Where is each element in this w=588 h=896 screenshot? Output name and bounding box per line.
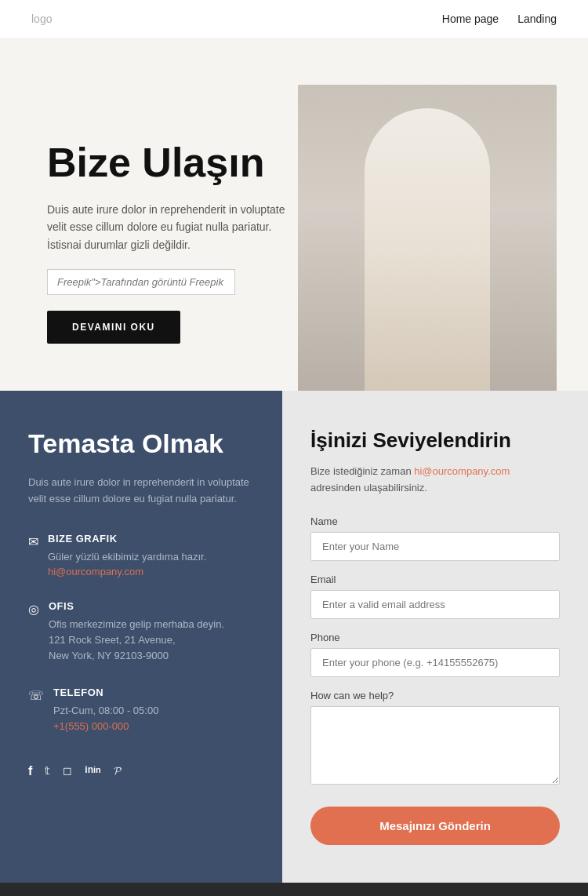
contact-right-email-link[interactable]: hi@ourcompany.com (414, 465, 510, 477)
linkedin-icon[interactable]: in (85, 764, 100, 778)
contact-info-email-content: BIZE GRAFIK Güler yüzlü ekibimiz yardıma… (48, 533, 206, 579)
contact-section: Temasta Olmak Duis aute irure dolor in r… (0, 391, 588, 883)
twitter-icon[interactable]: 𝕥 (45, 764, 50, 778)
form-message-label: How can we help? (310, 690, 560, 701)
form-phone-label: Phone (310, 632, 560, 643)
contact-left-panel: Temasta Olmak Duis aute irure dolor in r… (0, 391, 282, 883)
hero-image (298, 85, 557, 391)
contact-right-panel: İşinizi Seviyelendirin Bize istediğiniz … (282, 391, 588, 883)
form-name-input[interactable] (310, 532, 560, 561)
instagram-icon[interactable]: ◻ (63, 764, 72, 778)
contact-info-phone: TELEFON Pzt-Cum, 08:00 - 05:00 +1(555) 0… (28, 687, 254, 733)
form-name-label: Name (310, 515, 560, 527)
contact-info-office: OFIS Ofis merkezimize gelip merhaba deyi… (28, 600, 254, 665)
envelope-icon (28, 534, 38, 549)
hero-content: Bize Ulaşın Duis aute irure dolor in rep… (47, 140, 298, 391)
form-phone-group: Phone (310, 632, 560, 677)
form-phone-input[interactable] (310, 648, 560, 677)
hero-title: Bize Ulaşın (47, 140, 298, 185)
contact-info-office-content: OFIS Ofis merkezimize gelip merhaba deyi… (49, 600, 224, 665)
contact-office-label: OFIS (49, 600, 224, 612)
contact-phone-hours: Pzt-Cum, 08:00 - 05:00 (53, 703, 158, 719)
contact-address-line1: 121 Rock Sreet, 21 Avenue, (49, 632, 224, 649)
footer: Пример текста. Кликните, чтобы выбрать э… (0, 883, 588, 896)
contact-info-phone-content: TELEFON Pzt-Cum, 08:00 - 05:00 +1(555) 0… (53, 687, 158, 733)
contact-phone-link[interactable]: +1(555) 000-000 (53, 720, 129, 732)
contact-email-link[interactable]: hi@ourcompany.com (48, 566, 143, 577)
hero-cta-button[interactable]: DEVAMINI OKU (47, 311, 180, 344)
contact-office-text: Ofis merkezimize gelip merhaba deyin. (49, 617, 224, 632)
hero-person-photo (298, 85, 557, 391)
contact-right-desc-suffix: adresinden ulaşabilirsiniz. (310, 482, 427, 494)
nav-landing-link[interactable]: Landing (517, 13, 557, 25)
nav-links: Home page Landing (442, 13, 557, 25)
form-email-input[interactable] (310, 590, 560, 619)
form-email-group: Email (310, 574, 560, 619)
form-message-group: How can we help? (310, 690, 560, 788)
form-email-label: Email (310, 574, 560, 585)
logo: logo (31, 13, 52, 25)
contact-left-description: Duis aute irure dolor in reprehenderit i… (28, 475, 254, 508)
phone-icon (28, 688, 44, 703)
contact-phone-label: TELEFON (53, 687, 158, 698)
contact-right-title: İşinizi Seviyelendirin (310, 428, 560, 453)
hero-input-container (47, 269, 298, 295)
form-submit-button[interactable]: Mesajınızı Gönderin (310, 807, 560, 845)
contact-right-desc-prefix: Bize istediğiniz zaman (310, 465, 414, 477)
contact-right-description: Bize istediğiniz zaman hi@ourcompany.com… (310, 464, 560, 497)
pinterest-icon[interactable]: 𝓟 (114, 764, 121, 778)
facebook-icon[interactable] (28, 764, 32, 778)
social-icons: 𝕥 ◻ in 𝓟 (28, 764, 254, 778)
form-name-group: Name (310, 515, 560, 561)
contact-email-text: Güler yüzlü ekibimiz yardıma hazır. (48, 549, 206, 565)
nav-home-link[interactable]: Home page (442, 13, 499, 25)
hero-section: Bize Ulaşın Duis aute irure dolor in rep… (0, 38, 588, 391)
hero-description: Duis aute irure dolor in reprehenderit i… (47, 201, 298, 253)
contact-info-email: BIZE GRAFIK Güler yüzlü ekibimiz yardıma… (28, 533, 254, 579)
navigation: logo Home page Landing (0, 0, 588, 38)
contact-email-label: BIZE GRAFIK (48, 533, 206, 545)
hero-text-input[interactable] (47, 269, 235, 295)
form-message-textarea[interactable] (310, 706, 560, 785)
contact-address-line2: New York, NY 92103-9000 (49, 648, 224, 665)
location-icon (28, 602, 39, 617)
contact-left-title: Temasta Olmak (28, 428, 254, 459)
